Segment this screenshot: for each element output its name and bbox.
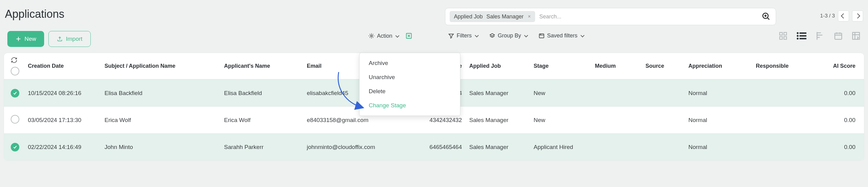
group-by-dropdown[interactable]: Group By (489, 32, 527, 39)
cell-applied-job: Sales Manager (467, 117, 531, 124)
cell-applied-job: Sales Manager (467, 144, 531, 151)
plus-icon (15, 36, 22, 42)
calendar-icon (834, 31, 843, 40)
svg-rect-16 (800, 35, 807, 37)
view-kanban[interactable] (778, 31, 788, 41)
cell-applied-job: Sales Manager (467, 90, 531, 97)
svg-point-13 (797, 32, 799, 34)
svg-rect-12 (784, 37, 787, 39)
pager-next-button[interactable] (852, 10, 863, 22)
menu-change-stage[interactable]: Change Stage (360, 98, 460, 113)
cell-subject: John Minto (102, 144, 222, 151)
cell-email: johnminto@cloudoffix.com (304, 144, 415, 151)
chip-remove-icon[interactable]: × (527, 14, 532, 19)
action-label: Action (377, 33, 392, 39)
view-list[interactable] (796, 31, 807, 41)
cell-date: 03/05/2024 17:13:30 (25, 117, 102, 124)
row-checkbox[interactable] (11, 115, 19, 124)
svg-line-1 (768, 18, 769, 20)
gear-sparkle-icon (368, 33, 375, 39)
chevron-down-icon (475, 33, 479, 37)
chip-facet: Applied Job (454, 13, 483, 20)
refresh-icon[interactable] (11, 57, 18, 65)
cell-stage: New (531, 90, 592, 97)
chevron-left-icon (841, 13, 846, 19)
cell-appreciation: Normal (686, 90, 753, 97)
search-bar[interactable]: Applied Job Sales Manager × (445, 8, 776, 25)
filter-chip-applied-job[interactable]: Applied Job Sales Manager × (450, 11, 535, 22)
cell-applicant: Erica Wolf (222, 117, 304, 124)
export-xls-button[interactable] (405, 32, 412, 39)
row-checkbox[interactable] (11, 143, 19, 151)
cell-ai-score: 0.00 (842, 117, 864, 124)
col-appreciation[interactable]: Appreciation (686, 63, 753, 69)
saved-filters-dropdown[interactable]: Saved filters (538, 32, 584, 39)
import-label: Import (66, 36, 83, 42)
funnel-icon (448, 33, 454, 39)
view-gantt[interactable] (816, 31, 825, 41)
action-menu: Archive Unarchive Delete Change Stage (359, 53, 460, 116)
pivot-icon (851, 31, 861, 40)
svg-rect-19 (835, 33, 842, 39)
svg-point-15 (797, 35, 799, 37)
col-subject[interactable]: Subject / Application Name (102, 63, 222, 69)
saved-filters-label: Saved filters (547, 32, 578, 39)
cell-ai-score: 0.00 (842, 144, 864, 151)
col-source[interactable]: Source (643, 63, 686, 69)
chevron-down-icon (581, 33, 585, 37)
cell-subject: Erica Wolf (102, 117, 222, 124)
chevron-down-icon (395, 34, 399, 38)
filters-label: Filters (457, 32, 472, 39)
svg-point-17 (797, 38, 799, 39)
pager-prev-button[interactable] (838, 10, 849, 22)
cell-phone: 6465465464 (427, 144, 467, 151)
action-dropdown[interactable]: Action (368, 33, 399, 39)
page-title: Applications (4, 8, 64, 21)
select-all-checkbox[interactable] (11, 67, 19, 75)
col-applicant[interactable]: Applicant's Name (222, 63, 304, 69)
col-ai-score[interactable]: AI Score (831, 63, 864, 69)
cell-stage: Applicant Hired (531, 144, 592, 151)
cell-appreciation: Normal (686, 117, 753, 124)
col-creation-date[interactable]: Creation Date (25, 63, 102, 69)
cell-phone: 4342432432 (427, 117, 467, 124)
search-icon[interactable] (761, 11, 771, 22)
cell-ai-score: 0.00 (842, 90, 864, 97)
svg-rect-9 (780, 32, 782, 35)
layers-icon (489, 33, 495, 39)
pager-text: 1-3 / 3 (820, 13, 835, 19)
menu-unarchive[interactable]: Unarchive (360, 70, 460, 84)
svg-point-6 (371, 35, 372, 37)
new-label: New (25, 36, 36, 42)
svg-rect-20 (853, 32, 860, 39)
group-by-label: Group By (498, 32, 521, 39)
upload-icon (57, 36, 63, 42)
col-responsible[interactable]: Responsible (753, 63, 818, 69)
svg-rect-8 (539, 34, 544, 38)
view-pivot[interactable] (851, 31, 861, 41)
import-button[interactable]: Import (49, 31, 91, 47)
cell-applicant: Sarahh Parkerr (222, 144, 304, 151)
search-input[interactable] (539, 13, 758, 20)
saved-icon (538, 33, 545, 39)
col-medium[interactable]: Medium (592, 63, 643, 69)
grid-icon (778, 31, 788, 40)
menu-archive[interactable]: Archive (360, 56, 460, 70)
table-row[interactable]: 02/22/2024 14:16:49John MintoSarahh Park… (4, 133, 864, 160)
cell-stage: New (531, 117, 592, 124)
view-calendar[interactable] (834, 31, 843, 41)
new-button[interactable]: New (7, 31, 44, 47)
menu-delete[interactable]: Delete (360, 84, 460, 98)
cell-appreciation: Normal (686, 144, 753, 151)
filters-dropdown[interactable]: Filters (448, 32, 478, 39)
cell-applicant: Elisa Backfield (222, 90, 304, 97)
col-stage[interactable]: Stage (531, 63, 592, 69)
cell-subject: Elisa Backfield (102, 90, 222, 97)
col-applied-job[interactable]: Applied Job (467, 63, 531, 69)
cell-date: 02/22/2024 14:16:49 (25, 144, 102, 151)
row-checkbox[interactable] (11, 89, 19, 97)
cell-email: e84033158@gmail.com (304, 117, 415, 124)
svg-rect-18 (800, 38, 807, 39)
annotation-arrow (334, 70, 368, 114)
pager: 1-3 / 3 (820, 10, 863, 22)
